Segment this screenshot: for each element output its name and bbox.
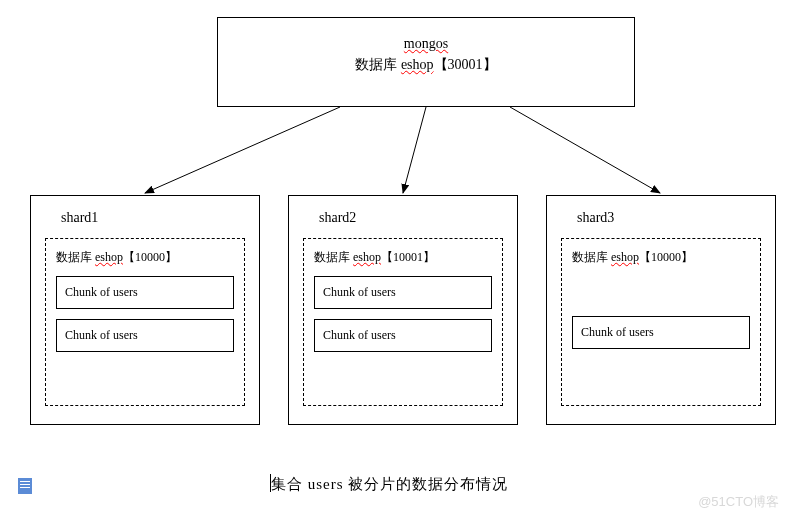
shard3-title: shard3	[577, 210, 761, 226]
arrow-shard1	[145, 107, 340, 193]
shard2-chunk2: Chunk of users	[314, 319, 492, 352]
shard1-chunk2: Chunk of users	[56, 319, 234, 352]
shard1-db-label: 数据库 eshop【10000】	[56, 249, 234, 266]
eshop-text: eshop	[401, 57, 434, 72]
caption: 集合 users 被分片的数据分布情况	[270, 474, 508, 494]
shard1-box: shard1 数据库 eshop【10000】 Chunk of users C…	[30, 195, 260, 425]
shard2-chunk1: Chunk of users	[314, 276, 492, 309]
shard3-box: shard3 数据库 eshop【10000】 Chunk of users	[546, 195, 776, 425]
mongos-title: mongos	[218, 36, 634, 52]
shard1-chunk1: Chunk of users	[56, 276, 234, 309]
arrow-shard3	[510, 107, 660, 193]
shard3-db-label: 数据库 eshop【10000】	[572, 249, 750, 266]
shard2-box: shard2 数据库 eshop【10001】 Chunk of users C…	[288, 195, 518, 425]
shard2-db-box: 数据库 eshop【10001】 Chunk of users Chunk of…	[303, 238, 503, 406]
document-icon	[18, 478, 32, 494]
mongos-box: mongos 数据库 eshop【30001】	[217, 17, 635, 107]
diagram-canvas: mongos 数据库 eshop【30001】 shard1 数据库 eshop…	[0, 0, 789, 517]
shard1-db-box: 数据库 eshop【10000】 Chunk of users Chunk of…	[45, 238, 245, 406]
shard1-title: shard1	[61, 210, 245, 226]
shard2-title: shard2	[319, 210, 503, 226]
watermark: @51CTO博客	[698, 493, 779, 511]
shard2-db-label: 数据库 eshop【10001】	[314, 249, 492, 266]
shard3-db-box: 数据库 eshop【10000】 Chunk of users	[561, 238, 761, 406]
shard3-chunk1: Chunk of users	[572, 316, 750, 349]
arrow-shard2	[403, 107, 426, 193]
mongos-db-label: 数据库 eshop【30001】	[355, 57, 496, 72]
caption-text: 集合 users 被分片的数据分布情况	[271, 476, 508, 492]
